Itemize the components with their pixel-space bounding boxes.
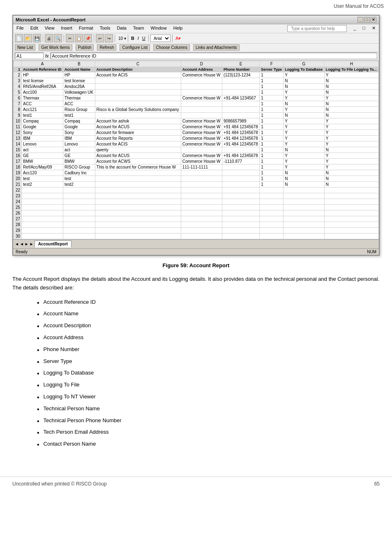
cell-a[interactable]: GE: [22, 153, 63, 159]
redo-button[interactable]: ↪: [105, 34, 113, 42]
cell-g[interactable]: N: [284, 84, 324, 90]
cell-b[interactable]: Lenovo: [63, 141, 95, 147]
tab-nav-right[interactable]: ►: [25, 242, 29, 246]
name-box-input[interactable]: [15, 53, 44, 59]
cell-e[interactable]: [222, 164, 260, 170]
cell-b[interactable]: IBM: [63, 136, 95, 141]
cell-e[interactable]: +91 484 12345678: [222, 124, 260, 130]
cell-a[interactable]: IBM: [22, 136, 63, 141]
cell-d[interactable]: [181, 84, 222, 90]
cell-d[interactable]: [181, 107, 222, 113]
cell-e[interactable]: [222, 182, 260, 187]
sheet-tab-accountreport[interactable]: AccountReport: [35, 240, 71, 247]
cell-d[interactable]: Commerce House W: [181, 153, 222, 159]
cell-f[interactable]: 1: [260, 130, 284, 136]
cell-e[interactable]: +91 484 12345678: [222, 153, 260, 159]
cell-a[interactable]: act: [22, 147, 63, 153]
cell-d[interactable]: Commerce House W: [181, 136, 222, 141]
cell-f[interactable]: 1: [260, 159, 284, 164]
formula-input[interactable]: [51, 53, 377, 59]
cell-b[interactable]: Volkswagen UK: [63, 90, 95, 95]
cell-b[interactable]: Compaq: [63, 118, 95, 124]
cell-d[interactable]: [181, 90, 222, 95]
cell-b[interactable]: Google: [63, 124, 95, 130]
copy-button[interactable]: 📋: [75, 34, 83, 42]
cell-c[interactable]: [95, 182, 181, 187]
cell-g[interactable]: Y: [284, 124, 324, 130]
cell-h[interactable]: N: [324, 176, 378, 182]
menu-view[interactable]: View: [43, 25, 56, 32]
cell-b[interactable]: test1: [63, 113, 95, 118]
save-button[interactable]: 💾: [33, 34, 41, 42]
cell-f[interactable]: 1: [260, 170, 284, 176]
cell-b[interactable]: BMW: [63, 159, 95, 164]
cell-a[interactable]: Thermax: [22, 95, 63, 101]
cell-c[interactable]: Account for ACUS: [95, 124, 181, 130]
configure-list-button[interactable]: Configure List: [120, 44, 150, 51]
cell-g[interactable]: Y: [284, 90, 324, 95]
cell-c[interactable]: [95, 113, 181, 118]
cell-e[interactable]: +91 484 12345678: [222, 136, 260, 141]
cell-f[interactable]: 1: [260, 136, 284, 141]
cell-b[interactable]: act: [63, 147, 95, 153]
cell-d[interactable]: Commerce House W: [181, 159, 222, 164]
window-restore2[interactable]: □: [361, 25, 367, 32]
publish-button[interactable]: Publish: [76, 44, 94, 51]
tab-nav-left[interactable]: ◄: [20, 242, 24, 246]
cell-h[interactable]: Y: [324, 141, 378, 147]
cell-f[interactable]: 1: [260, 107, 284, 113]
cell-h[interactable]: Y: [324, 72, 378, 78]
cell-1b[interactable]: Account Name: [63, 67, 95, 72]
menu-data[interactable]: Data: [115, 25, 128, 32]
cell-d[interactable]: 111-111-1111: [181, 164, 222, 170]
cell-1e[interactable]: Phone Number: [222, 67, 260, 72]
cell-g[interactable]: N: [284, 182, 324, 187]
cell-f[interactable]: 1: [260, 118, 284, 124]
cell-1c[interactable]: Account Description: [95, 67, 181, 72]
cell-d[interactable]: [181, 182, 222, 187]
cell-h[interactable]: Y: [324, 130, 378, 136]
menu-format[interactable]: Format: [77, 25, 95, 32]
cell-b[interactable]: Amdoc26A: [63, 84, 95, 90]
cell-f[interactable]: 1: [260, 95, 284, 101]
cell-c[interactable]: Account for Reports: [95, 136, 181, 141]
cell-f[interactable]: 1: [260, 101, 284, 107]
cell-e[interactable]: 9086657989: [222, 118, 260, 124]
cell-f[interactable]: 1: [260, 141, 284, 147]
links-attachments-button[interactable]: Links and Attachments: [193, 44, 240, 51]
cell-d[interactable]: Commerce House W: [181, 95, 222, 101]
tab-nav-next[interactable]: ►: [30, 242, 34, 246]
cell-e[interactable]: [222, 78, 260, 84]
minimize-button[interactable]: _: [357, 17, 363, 23]
cell-h[interactable]: Y: [324, 164, 378, 170]
cell-h[interactable]: N: [324, 101, 378, 107]
cell-f[interactable]: 1: [260, 147, 284, 153]
cell-d[interactable]: Commerce House W: [181, 124, 222, 130]
cell-c[interactable]: qwerty: [95, 147, 181, 153]
cell-a[interactable]: HP: [22, 72, 63, 78]
cell-e[interactable]: +91 484 12345678: [222, 141, 260, 147]
cell-1d[interactable]: Account Address: [181, 67, 222, 72]
cell-a[interactable]: Ref/Acc/May/09: [22, 164, 63, 170]
cell-a[interactable]: Acc100: [22, 90, 63, 95]
font-name-select[interactable]: Arial: [150, 35, 171, 42]
cell-c[interactable]: Risco is a Global Security Solutions com…: [95, 107, 181, 113]
cut-button[interactable]: ✂: [66, 34, 74, 42]
cell-e[interactable]: [222, 84, 260, 90]
cell-d[interactable]: [181, 113, 222, 118]
cell-e[interactable]: [222, 101, 260, 107]
cell-h[interactable]: N: [324, 147, 378, 153]
cell-1a[interactable]: Account Reference ID: [22, 67, 63, 72]
cell-a[interactable]: Acc120: [22, 170, 63, 176]
bold-button[interactable]: B: [130, 36, 136, 41]
cell-f[interactable]: 1: [260, 90, 284, 95]
cell-e[interactable]: (123)123-1234: [222, 72, 260, 78]
cell-e[interactable]: [222, 90, 260, 95]
cell-c[interactable]: This is the account for Commerce House W: [95, 164, 181, 170]
cell-g[interactable]: Y: [284, 153, 324, 159]
cell-d[interactable]: [181, 147, 222, 153]
cell-d[interactable]: [181, 176, 222, 182]
cell-c[interactable]: [95, 176, 181, 182]
cell-a[interactable]: Acc121: [22, 107, 63, 113]
new-list-button[interactable]: New List: [15, 44, 35, 51]
